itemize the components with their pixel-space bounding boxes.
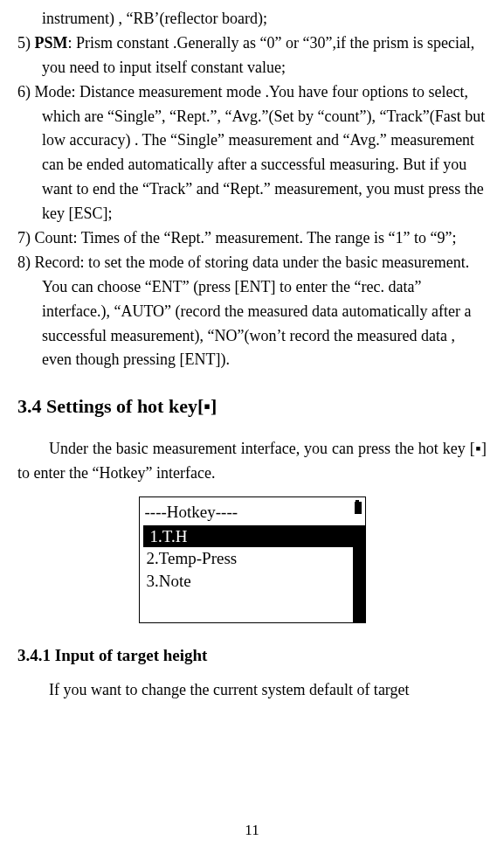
hotkey-menu-list[interactable]: 1.T.H 2.Temp-Press 3.Note bbox=[140, 525, 353, 622]
hotkey-screen-title-row: ----Hotkey---- bbox=[140, 497, 365, 524]
list-item-8: 8) Record: to set the mode of storing da… bbox=[17, 251, 487, 372]
item5-prefix: 5) bbox=[17, 34, 35, 52]
list-item-5: 5) PSM: Prism constant .Generally as “0”… bbox=[17, 31, 487, 80]
scrollbar[interactable] bbox=[353, 525, 365, 622]
section-3-4-body: Under the basic measurement interface, y… bbox=[17, 437, 487, 486]
list-item-7: 7) Count: Times of the “Rept.” measureme… bbox=[17, 226, 487, 251]
list-item-continuation: instrument) , “RB’(reflector board); bbox=[17, 7, 487, 31]
hotkey-item-1[interactable]: 1.T.H bbox=[143, 525, 353, 548]
section-3-4-heading: 3.4 Settings of hot key[▪] bbox=[17, 392, 487, 421]
section-3-4-1-body: If you want to change the current system… bbox=[17, 678, 487, 703]
hotkey-item-2[interactable]: 2.Temp-Press bbox=[145, 547, 353, 570]
hotkey-screen: ----Hotkey---- 1.T.H 2.Temp-Press 3.Note bbox=[139, 496, 366, 622]
page-number: 11 bbox=[0, 819, 504, 842]
hotkey-screen-body: 1.T.H 2.Temp-Press 3.Note bbox=[140, 525, 365, 622]
battery-icon bbox=[355, 502, 362, 513]
item5-psm-label: PSM bbox=[35, 34, 68, 52]
hotkey-item-3[interactable]: 3.Note bbox=[145, 570, 353, 593]
item5-text: : Prism constant .Generally as “0” or “3… bbox=[42, 34, 474, 76]
list-item-6: 6) Mode: Distance measurement mode .You … bbox=[17, 80, 487, 226]
hotkey-screen-title: ----Hotkey---- bbox=[145, 503, 238, 521]
section-3-4-1-heading: 3.4.1 Input of target height bbox=[17, 642, 487, 668]
